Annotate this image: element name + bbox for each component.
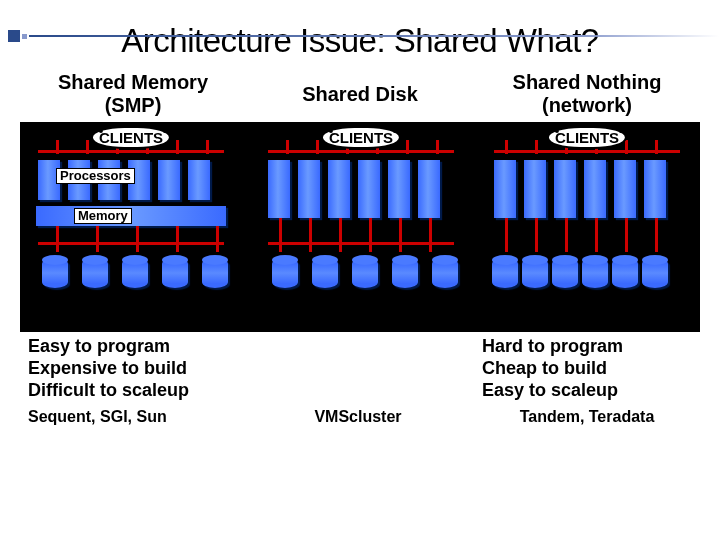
col-heading: Shared Disk bbox=[255, 68, 465, 120]
disk-icon bbox=[522, 258, 548, 288]
bottom-center: VMScluster bbox=[253, 336, 463, 426]
bus-line bbox=[625, 140, 628, 154]
disk-icon bbox=[312, 258, 338, 288]
bullet: Cheap to build bbox=[482, 358, 692, 380]
bus-line bbox=[399, 218, 402, 252]
vendor-text: Tandem, Teradata bbox=[482, 408, 692, 426]
processor-icon bbox=[188, 160, 210, 200]
bullet: Easy to program bbox=[28, 336, 238, 358]
bus-line bbox=[406, 140, 409, 154]
accent-square-small bbox=[22, 34, 27, 39]
disk-icon bbox=[432, 258, 458, 288]
bus-line bbox=[96, 226, 99, 252]
bullet-text: Easy to program Expensive to build Diffi… bbox=[28, 336, 238, 402]
processor-icon bbox=[418, 160, 440, 218]
clients-cloud: CLIENTS bbox=[547, 126, 627, 149]
bus-line bbox=[216, 226, 219, 252]
disk-icon bbox=[492, 258, 518, 288]
processor-icon bbox=[268, 160, 290, 218]
processor-icon bbox=[494, 160, 516, 218]
bus-line bbox=[339, 218, 342, 252]
bus-line bbox=[655, 218, 658, 252]
bullet: Difficult to scaleup bbox=[28, 380, 238, 402]
accent-line bbox=[29, 35, 719, 37]
col-shared-nothing: Shared Nothing (network) bbox=[482, 68, 692, 120]
bus-line bbox=[268, 242, 454, 245]
diagram-area: CLIENTS Processors Memory bbox=[20, 122, 700, 332]
bus-line bbox=[535, 218, 538, 252]
bus-line bbox=[38, 150, 224, 153]
bus-line bbox=[535, 140, 538, 154]
disk-icon bbox=[272, 258, 298, 288]
processor-icon bbox=[158, 160, 180, 200]
bus-line bbox=[505, 140, 508, 154]
column-headers: Shared Memory (SMP) Shared Disk Shared N… bbox=[28, 68, 692, 120]
bus-line bbox=[176, 140, 179, 154]
disk-icon bbox=[42, 258, 68, 288]
accent-square bbox=[8, 30, 20, 42]
vendor-text: VMScluster bbox=[253, 408, 463, 426]
processor-icon bbox=[328, 160, 350, 218]
bullet: Expensive to build bbox=[28, 358, 238, 380]
bus-line bbox=[505, 218, 508, 252]
disk-icon bbox=[202, 258, 228, 288]
disk-icon bbox=[552, 258, 578, 288]
diagram-shared-memory: CLIENTS Processors Memory bbox=[26, 122, 236, 332]
accent-bar bbox=[8, 30, 719, 42]
processor-icon bbox=[584, 160, 606, 218]
bus-line bbox=[436, 140, 439, 154]
bus-line bbox=[38, 242, 224, 245]
col-shared-memory: Shared Memory (SMP) bbox=[28, 68, 238, 120]
diagram-shared-disk: CLIENTS bbox=[256, 122, 466, 332]
processor-icon bbox=[524, 160, 546, 218]
processor-icon bbox=[554, 160, 576, 218]
disk-icon bbox=[352, 258, 378, 288]
disk-icon bbox=[82, 258, 108, 288]
disk-icon bbox=[612, 258, 638, 288]
bus-line bbox=[86, 140, 89, 154]
clients-cloud: CLIENTS bbox=[91, 126, 171, 149]
bus-line bbox=[286, 140, 289, 154]
diagram-shared-nothing: CLIENTS bbox=[482, 122, 692, 332]
clients-cloud: CLIENTS bbox=[321, 126, 401, 149]
bus-line bbox=[136, 226, 139, 252]
spacer bbox=[253, 336, 463, 402]
memory-label: Memory bbox=[74, 208, 132, 224]
bus-line bbox=[625, 218, 628, 252]
processor-icon bbox=[358, 160, 380, 218]
bus-line bbox=[309, 218, 312, 252]
bottom-left: Easy to program Expensive to build Diffi… bbox=[28, 336, 238, 426]
bullet: Easy to scaleup bbox=[482, 380, 692, 402]
disk-icon bbox=[392, 258, 418, 288]
bullet: Hard to program bbox=[482, 336, 692, 358]
bus-line bbox=[279, 218, 282, 252]
bus-line bbox=[316, 140, 319, 154]
bus-line bbox=[655, 140, 658, 154]
processor-icon bbox=[614, 160, 636, 218]
processor-icon bbox=[298, 160, 320, 218]
bus-line bbox=[429, 218, 432, 252]
bus-line bbox=[595, 218, 598, 252]
bus-line bbox=[369, 218, 372, 252]
disk-icon bbox=[162, 258, 188, 288]
bus-line bbox=[268, 150, 454, 153]
bottom-row: Easy to program Expensive to build Diffi… bbox=[28, 336, 692, 426]
processors-label: Processors bbox=[56, 168, 135, 184]
vendor-text: Sequent, SGI, Sun bbox=[28, 408, 238, 426]
col-heading: Shared Memory (SMP) bbox=[28, 68, 238, 120]
bottom-right: Hard to program Cheap to build Easy to s… bbox=[478, 336, 692, 426]
processor-icon bbox=[388, 160, 410, 218]
bus-line bbox=[565, 218, 568, 252]
bus-line bbox=[206, 140, 209, 154]
bus-line bbox=[56, 140, 59, 154]
disk-icon bbox=[122, 258, 148, 288]
col-heading: Shared Nothing (network) bbox=[482, 68, 692, 120]
col-shared-disk: Shared Disk bbox=[255, 68, 465, 120]
disk-icon bbox=[642, 258, 668, 288]
disk-icon bbox=[582, 258, 608, 288]
bus-line bbox=[176, 226, 179, 252]
bullet-text: Hard to program Cheap to build Easy to s… bbox=[482, 336, 692, 402]
bus-line bbox=[494, 150, 680, 153]
processor-icon bbox=[644, 160, 666, 218]
bus-line bbox=[56, 226, 59, 252]
